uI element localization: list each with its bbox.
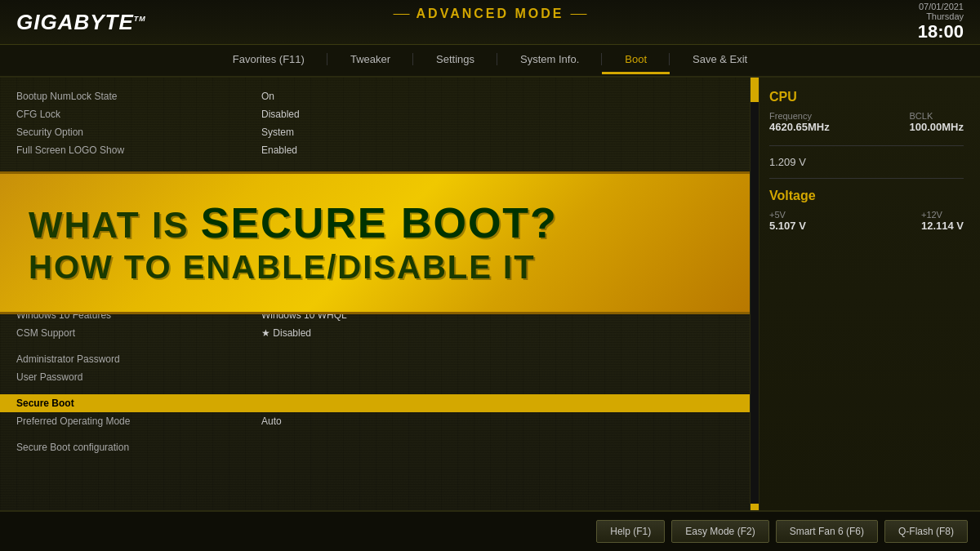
bios-item-value: Enabled bbox=[261, 144, 297, 156]
bios-item-name: Full Screen LOGO Show bbox=[16, 144, 261, 156]
bios-row-cfglock[interactable]: CFG Lock Disabled bbox=[16, 105, 733, 123]
bios-row-userpass[interactable]: User Password bbox=[16, 368, 733, 386]
cpu-section: CPU Frequency 4620.65MHz BCLK 100.00MHz bbox=[769, 90, 964, 133]
v12-value: 12.114 V bbox=[921, 220, 964, 232]
divider-2 bbox=[769, 178, 964, 179]
voltage-row: +5V 5.107 V +12V 12.114 V bbox=[769, 210, 964, 232]
banner-overlay: WHAT IS SECURE BOOT? HOW TO ENABLE/DISAB… bbox=[0, 171, 750, 314]
nav-tabs: Favorites (F11) Tweaker Settings System … bbox=[0, 45, 980, 78]
bios-item-name: Administrator Password bbox=[16, 353, 261, 365]
tab-saveexit[interactable]: Save & Exit bbox=[670, 47, 770, 74]
frequency-row: Frequency 4620.65MHz BCLK 100.00MHz bbox=[769, 111, 964, 133]
smart-fan-button[interactable]: Smart Fan 6 (F6) bbox=[776, 520, 878, 543]
scrollbar-thumb-bottom[interactable] bbox=[751, 504, 759, 510]
voltage-title: Voltage bbox=[769, 189, 964, 203]
voltage-reading: 1.209 V bbox=[769, 156, 964, 168]
bios-item-name: Security Option bbox=[16, 127, 261, 138]
bios-row-opmode[interactable]: Preferred Operating Mode Auto bbox=[16, 412, 733, 430]
tab-tweaker[interactable]: Tweaker bbox=[327, 47, 413, 74]
voltage-section: Voltage +5V 5.107 V +12V 12.114 V bbox=[769, 189, 964, 232]
section-gap-3 bbox=[16, 430, 733, 438]
mode-title: ADVANCED MODE bbox=[387, 7, 594, 21]
bios-item-name: Preferred Operating Mode bbox=[16, 415, 261, 427]
bios-row-adminpass[interactable]: Administrator Password bbox=[16, 350, 733, 368]
scrollbar-track[interactable] bbox=[750, 78, 760, 510]
cpu-title: CPU bbox=[769, 90, 964, 104]
bclk-label: BCLK bbox=[910, 111, 964, 121]
time-display: 18:00 bbox=[918, 21, 964, 42]
bios-row-security[interactable]: Security Option System bbox=[16, 123, 733, 141]
bios-row-numlock[interactable]: Bootup NumLock State On bbox=[16, 87, 733, 105]
bios-item-name: Secure Boot bbox=[16, 398, 261, 409]
bios-row-secureboot-config[interactable]: Secure Boot configuration bbox=[16, 438, 733, 456]
qflash-button[interactable]: Q-Flash (F8) bbox=[884, 520, 968, 543]
bios-row-logoshow[interactable]: Full Screen LOGO Show Enabled bbox=[16, 141, 733, 159]
frequency-label: Frequency bbox=[769, 111, 830, 121]
bios-item-value: Disabled bbox=[261, 109, 300, 120]
v5-value: 5.107 V bbox=[769, 220, 806, 232]
bios-item-value: ★ Disabled bbox=[261, 327, 311, 339]
bios-item-name: User Password bbox=[16, 371, 261, 383]
tab-settings[interactable]: Settings bbox=[413, 47, 497, 74]
banner-line2: HOW TO ENABLE/DISABLE IT bbox=[29, 249, 721, 286]
bios-item-name: CSM Support bbox=[16, 327, 261, 339]
v5-label: +5V bbox=[769, 210, 806, 220]
bios-item-name: Secure Boot configuration bbox=[16, 442, 261, 453]
divider-1 bbox=[769, 145, 964, 146]
bios-row-secureboot[interactable]: Secure Boot bbox=[0, 394, 750, 412]
section-gap bbox=[16, 342, 733, 350]
frequency-value: 4620.65MHz bbox=[769, 121, 830, 133]
tab-boot[interactable]: Boot bbox=[602, 47, 670, 74]
banner-line1: WHAT IS SECURE BOOT? bbox=[29, 200, 721, 247]
bios-item-value: On bbox=[261, 91, 274, 102]
footer: Help (F1) Easy Mode (F2) Smart Fan 6 (F6… bbox=[0, 510, 980, 551]
bios-item-name: CFG Lock bbox=[16, 109, 261, 120]
datetime: 07/01/2021 Thursday 18:00 bbox=[918, 2, 964, 42]
tab-sysinfo[interactable]: System Info. bbox=[497, 47, 602, 74]
section-gap-2 bbox=[16, 386, 733, 394]
scrollbar-thumb-top[interactable] bbox=[751, 78, 759, 102]
easy-mode-button[interactable]: Easy Mode (F2) bbox=[671, 520, 768, 543]
bclk-value: 100.00MHz bbox=[910, 121, 964, 133]
help-button[interactable]: Help (F1) bbox=[596, 520, 665, 543]
header: GIGABYTETM ADVANCED MODE 07/01/2021 Thur… bbox=[0, 0, 980, 45]
bios-item-value: Auto bbox=[261, 415, 282, 427]
right-panel: CPU Frequency 4620.65MHz BCLK 100.00MHz … bbox=[751, 78, 980, 510]
v12-label: +12V bbox=[921, 210, 964, 220]
date-display: 07/01/2021 Thursday bbox=[918, 2, 964, 21]
bios-item-value: System bbox=[261, 127, 294, 138]
bios-row-csm[interactable]: CSM Support ★ Disabled bbox=[16, 324, 733, 342]
tab-favorites[interactable]: Favorites (F11) bbox=[210, 47, 327, 74]
logo: GIGABYTETM bbox=[16, 10, 146, 35]
bios-item-name: Bootup NumLock State bbox=[16, 91, 261, 102]
